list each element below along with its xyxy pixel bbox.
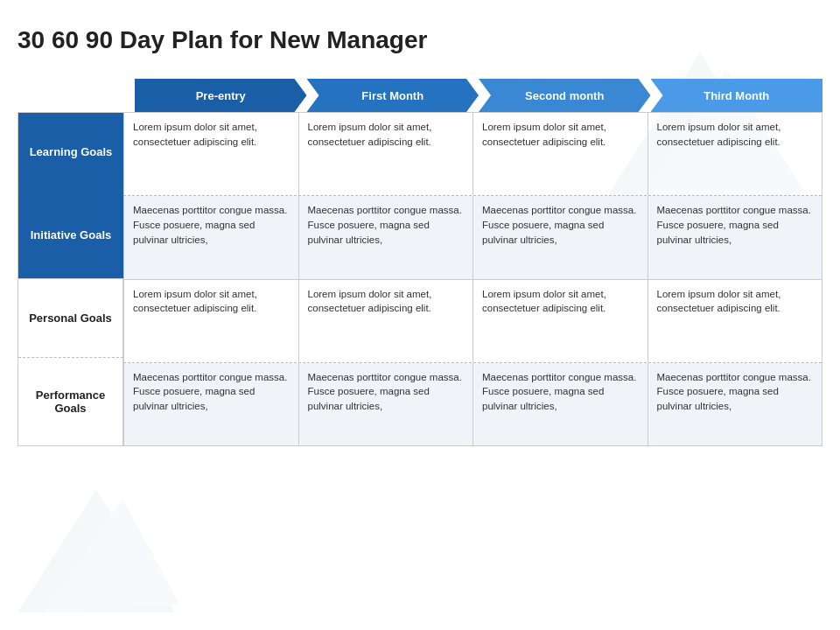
cell-performance-3: Maecenas porttitor congue massa. Fusce p… bbox=[648, 363, 822, 445]
row-learning: Lorem ipsum dolor sit amet, consectetuer… bbox=[123, 113, 822, 196]
cell-performance-1: Maecenas porttitor congue massa. Fusce p… bbox=[298, 363, 473, 445]
row-initiative: Maecenas porttitor congue massa. Fusce p… bbox=[123, 196, 822, 279]
cell-personal-3: Lorem ipsum dolor sit amet, consectetuer… bbox=[648, 280, 822, 362]
cell-initiative-1: Maecenas porttitor congue massa. Fusce p… bbox=[298, 196, 473, 278]
row-labels: Learning Goals Initiative Goals Personal… bbox=[18, 113, 123, 445]
label-initiative-goals: Initiative Goals bbox=[18, 192, 123, 279]
cell-learning-2: Lorem ipsum dolor sit amet, consectetuer… bbox=[472, 113, 648, 195]
cell-personal-0: Lorem ipsum dolor sit amet, consectetuer… bbox=[123, 280, 298, 362]
data-grid: Lorem ipsum dolor sit amet, consectetuer… bbox=[123, 113, 822, 445]
cell-initiative-0: Maecenas porttitor congue massa. Fusce p… bbox=[123, 196, 298, 278]
row-performance: Maecenas porttitor congue massa. Fusce p… bbox=[123, 363, 822, 445]
phase-first-month: First Month bbox=[307, 79, 480, 112]
label-personal-goals: Personal Goals bbox=[18, 279, 123, 358]
phase-third-month: Third Month bbox=[651, 79, 823, 112]
row-personal: Lorem ipsum dolor sit amet, consectetuer… bbox=[123, 280, 822, 363]
cell-performance-0: Maecenas porttitor congue massa. Fusce p… bbox=[123, 363, 298, 445]
cell-learning-3: Lorem ipsum dolor sit amet, consectetuer… bbox=[648, 113, 822, 195]
cell-personal-2: Lorem ipsum dolor sit amet, consectetuer… bbox=[472, 280, 648, 362]
cell-personal-1: Lorem ipsum dolor sit amet, consectetuer… bbox=[298, 280, 473, 362]
phase-pre-entry: Pre-entry bbox=[135, 79, 307, 112]
page-title: 30 60 90 Day Plan for New Manager bbox=[18, 26, 822, 54]
phase-second-month: Second month bbox=[479, 79, 651, 112]
cell-initiative-2: Maecenas porttitor congue massa. Fusce p… bbox=[472, 196, 648, 278]
cell-learning-1: Lorem ipsum dolor sit amet, consectetuer… bbox=[298, 113, 473, 195]
label-performance-goals: Performance Goals bbox=[18, 358, 123, 445]
label-learning-goals: Learning Goals bbox=[18, 113, 123, 192]
cell-initiative-3: Maecenas porttitor congue massa. Fusce p… bbox=[648, 196, 822, 278]
cell-performance-2: Maecenas porttitor congue massa. Fusce p… bbox=[472, 363, 648, 445]
main-container: 30 60 90 Day Plan for New Manager Pre-en… bbox=[0, 0, 840, 464]
phase-header: Pre-entry First Month Second month Third… bbox=[122, 79, 822, 112]
plan-table: Learning Goals Initiative Goals Personal… bbox=[18, 112, 822, 446]
cell-learning-0: Lorem ipsum dolor sit amet, consectetuer… bbox=[123, 113, 298, 195]
